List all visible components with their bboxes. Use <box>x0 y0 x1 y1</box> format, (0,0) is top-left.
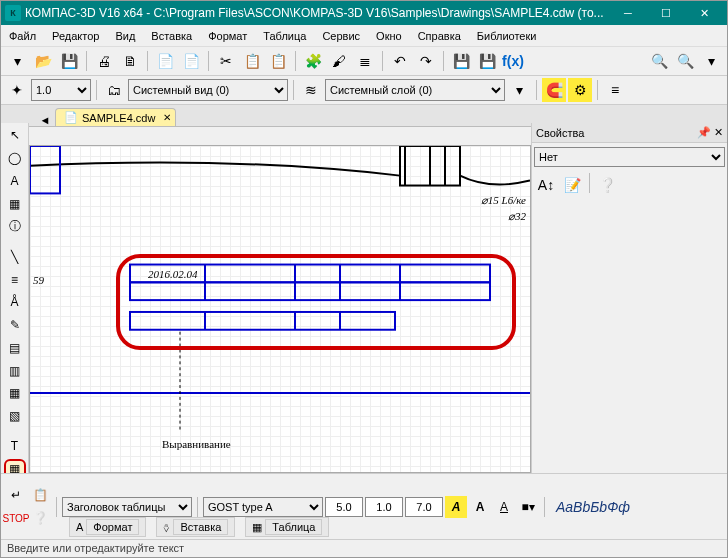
view-select[interactable]: Системный вид (0) <box>128 79 288 101</box>
menu-format[interactable]: Формат <box>204 28 251 44</box>
font-size-input[interactable] <box>325 497 363 517</box>
section-select[interactable]: Заголовок таблицы <box>62 497 192 517</box>
filter-select[interactable]: Нет <box>534 147 725 167</box>
spec2-icon[interactable]: ▦ <box>4 383 26 404</box>
pb-stop-icon[interactable]: STOP <box>5 507 27 529</box>
align-label: Выравнивание <box>162 438 231 450</box>
rp-edit-icon[interactable]: 📝 <box>560 173 584 197</box>
views-icon[interactable]: 🗂 <box>102 78 126 102</box>
panel-header: Свойства 📌 ✕ <box>532 123 727 143</box>
pb-apply-icon[interactable]: ↵ <box>5 484 27 506</box>
italic-icon[interactable]: A <box>445 496 467 518</box>
font-select[interactable]: GOST type A <box>203 497 323 517</box>
edit-icon[interactable]: ✎ <box>4 315 26 336</box>
print-icon[interactable]: 🖨 <box>92 49 116 73</box>
para-tool-icon[interactable]: ≡ <box>4 269 26 290</box>
dim-icon[interactable]: A <box>4 171 26 192</box>
tab-format[interactable]: A Формат <box>69 517 146 537</box>
bold-icon[interactable]: A <box>469 496 491 518</box>
rp-sort-icon[interactable]: A↕ <box>534 173 558 197</box>
menu-view[interactable]: Вид <box>111 28 139 44</box>
titlebar: К КОМПАС-3D V16 x64 - C:\Program Files\A… <box>1 1 727 25</box>
list-icon[interactable]: ≣ <box>353 49 377 73</box>
dim-left: 59 <box>33 274 44 286</box>
panel-pin-icon[interactable]: 📌 <box>697 126 711 138</box>
compass-icon[interactable]: Å <box>4 292 26 313</box>
line-tool-icon[interactable]: ╲ <box>4 246 26 267</box>
zoom-fit-icon[interactable]: ▾ <box>699 49 723 73</box>
disk1-icon[interactable]: 💾 <box>449 49 473 73</box>
disk2-icon[interactable]: 💾 <box>475 49 499 73</box>
rp-help-icon[interactable]: ❔ <box>595 173 619 197</box>
text-tool-icon[interactable]: T <box>4 436 26 457</box>
table-date: 2016.02.04 <box>148 268 198 280</box>
menu-service[interactable]: Сервис <box>318 28 364 44</box>
doc-icon: 📄 <box>64 111 78 124</box>
dim-a: ⌀15 L6/ке <box>481 194 526 207</box>
drawing-canvas[interactable]: 59 2016.02.04 Выравнивание ⌀15 L6/ке ⌀32 <box>29 145 531 473</box>
minimize-button[interactable]: ─ <box>609 2 647 24</box>
app-name: КОМПАС-3D V16 x64 <box>25 6 143 20</box>
tab-close-icon[interactable]: ✕ <box>163 112 171 123</box>
undo-icon[interactable]: ↶ <box>388 49 412 73</box>
canvas-area[interactable]: 59 2016.02.04 Выравнивание ⌀15 L6/ке ⌀32 <box>29 145 531 473</box>
pb-copy-icon[interactable]: 📋 <box>29 484 51 506</box>
maximize-button[interactable]: ☐ <box>647 2 685 24</box>
zoom-out-icon[interactable]: 🔍 <box>673 49 697 73</box>
open-icon[interactable]: 📂 <box>31 49 55 73</box>
snap-magnet-icon[interactable]: 🧲 <box>542 78 566 102</box>
redo-icon[interactable]: ↷ <box>414 49 438 73</box>
svg-rect-4 <box>30 146 60 193</box>
layer-select[interactable]: Системный слой (0) <box>325 79 505 101</box>
status-bar: Введите или отредактируйте текст <box>1 539 727 557</box>
geom-icon[interactable]: ◯ <box>4 148 26 169</box>
color-icon[interactable]: ■▾ <box>517 496 539 518</box>
panel-close-icon[interactable]: ✕ <box>714 126 723 138</box>
menu-insert[interactable]: Вставка <box>147 28 196 44</box>
spec1-icon[interactable]: ▥ <box>4 360 26 381</box>
tab-title: SAMPLE4.cdw <box>82 112 155 124</box>
properties-panel: Свойства 📌 ✕ Нет A↕ 📝 ❔ <box>531 123 727 473</box>
save-icon[interactable]: 💾 <box>57 49 81 73</box>
document-tab[interactable]: 📄 SAMPLE4.cdw ✕ <box>55 108 176 126</box>
cut-icon[interactable]: ✂ <box>214 49 238 73</box>
menu-editor[interactable]: Редактор <box>48 28 103 44</box>
menu-file[interactable]: Файл <box>5 28 40 44</box>
doc1-icon[interactable]: 📄 <box>153 49 177 73</box>
info-icon[interactable]: ⓘ <box>4 216 26 237</box>
state-icon[interactable]: ✦ <box>5 78 29 102</box>
prop-icon[interactable]: 🧩 <box>301 49 325 73</box>
print-preview-icon[interactable]: 🗎 <box>118 49 142 73</box>
new-icon[interactable]: ▾ <box>5 49 29 73</box>
menubar: Файл Редактор Вид Вставка Формат Таблица… <box>1 25 727 47</box>
tab-insert[interactable]: ⎀ Вставка <box>156 517 235 537</box>
width-input[interactable] <box>405 497 443 517</box>
doc2-icon[interactable]: 📄 <box>179 49 203 73</box>
close-button[interactable]: ✕ <box>685 2 723 24</box>
measure-icon[interactable]: ≡ <box>603 78 627 102</box>
paste-icon[interactable]: 📋 <box>266 49 290 73</box>
layer-down-icon[interactable]: ▾ <box>507 78 531 102</box>
copy-icon[interactable]: 📋 <box>240 49 264 73</box>
line-step-input[interactable] <box>365 497 403 517</box>
pb-help-icon[interactable]: ❔ <box>29 507 51 529</box>
dim-b: ⌀32 <box>508 210 526 223</box>
spec3-icon[interactable]: ▧ <box>4 406 26 427</box>
app-icon: К <box>5 5 21 21</box>
menu-window[interactable]: Окно <box>372 28 406 44</box>
snap-options-icon[interactable]: ⚙ <box>568 78 592 102</box>
cursor-icon[interactable]: ↖ <box>4 125 26 146</box>
fx-icon[interactable]: f(x) <box>501 49 525 73</box>
menu-help[interactable]: Справка <box>414 28 465 44</box>
zoom-in-icon[interactable]: 🔍 <box>647 49 671 73</box>
hatch-icon[interactable]: ▦ <box>4 193 26 214</box>
scale-select[interactable]: 1.0 <box>31 79 91 101</box>
brush-icon[interactable]: 🖌 <box>327 49 351 73</box>
sheet-icon[interactable]: ▤ <box>4 337 26 358</box>
layers-icon[interactable]: ≋ <box>299 78 323 102</box>
menu-libs[interactable]: Библиотеки <box>473 28 541 44</box>
tab-table[interactable]: ▦ Таблица <box>245 517 329 537</box>
menu-table[interactable]: Таблица <box>259 28 310 44</box>
underline-icon[interactable]: A <box>493 496 515 518</box>
tab-scroll-left-icon[interactable]: ◄ <box>35 114 55 126</box>
